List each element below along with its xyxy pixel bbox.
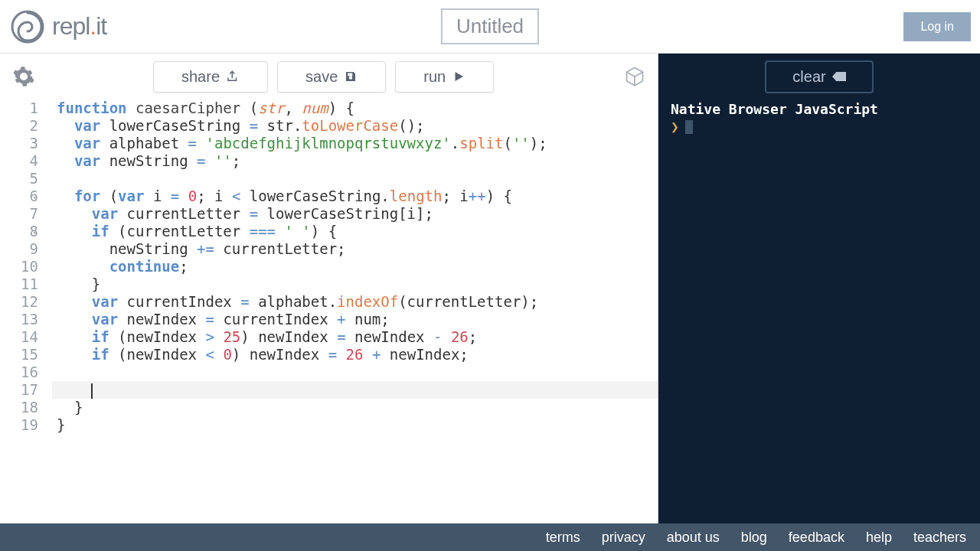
code-line[interactable]: function caesarCipher (str, num) { xyxy=(52,99,658,117)
code-line[interactable]: for (var i = 0; i < lowerCaseString.leng… xyxy=(52,187,658,205)
code-line[interactable]: } xyxy=(52,416,658,434)
editor-toolbar: share save run xyxy=(0,54,658,99)
code-line[interactable]: var newString = ''; xyxy=(52,152,658,170)
console-engine-label: Native Browser JavaScript xyxy=(671,101,968,117)
clear-button[interactable]: clear xyxy=(765,60,873,93)
console-body[interactable]: Native Browser JavaScript ❯ xyxy=(658,99,980,523)
code-line[interactable]: } xyxy=(52,276,658,293)
console-panel: clear Native Browser JavaScript ❯ xyxy=(658,54,980,523)
svg-point-0 xyxy=(12,11,43,42)
code-editor[interactable]: 1▾23456▾78▾910111213141516171819 functio… xyxy=(0,99,658,523)
footer-link-terms[interactable]: terms xyxy=(546,530,580,546)
console-prompt[interactable]: ❯ xyxy=(671,119,968,135)
console-toolbar: clear xyxy=(658,54,980,99)
footer-link-feedback[interactable]: feedback xyxy=(789,530,844,546)
code-line[interactable]: var newIndex = currentIndex + num; xyxy=(52,311,658,328)
logo[interactable]: repl.it xyxy=(9,8,106,45)
code-line[interactable]: var lowerCaseString = str.toLowerCase(); xyxy=(52,117,658,135)
code-line[interactable]: if (newIndex > 25) newIndex = newIndex -… xyxy=(52,328,658,346)
footer-link-teachers[interactable]: teachers xyxy=(913,530,966,546)
code-line[interactable]: var currentLetter = lowerCaseString[i]; xyxy=(52,205,658,223)
share-icon xyxy=(226,70,240,83)
file-title[interactable]: Untitled xyxy=(441,8,539,44)
code-line[interactable]: newString += currentLetter; xyxy=(52,240,658,258)
save-button[interactable]: save xyxy=(277,61,386,93)
header: repl.it Untitled Log in xyxy=(0,0,980,54)
code-area[interactable]: function caesarCipher (str, num) { var l… xyxy=(52,99,658,523)
code-line[interactable]: if (newIndex < 0) newIndex = 26 + newInd… xyxy=(52,346,658,364)
code-line[interactable] xyxy=(52,364,658,381)
footer-link-blog[interactable]: blog xyxy=(741,530,767,546)
package-icon[interactable] xyxy=(624,66,645,87)
footer-link-help[interactable]: help xyxy=(866,530,892,546)
footer-link-about-us[interactable]: about us xyxy=(667,530,720,546)
footer-link-privacy[interactable]: privacy xyxy=(602,530,645,546)
footer: termsprivacyabout usblogfeedbackhelpteac… xyxy=(0,523,980,551)
prompt-caret-icon: ❯ xyxy=(671,119,679,135)
logo-swirl-icon xyxy=(9,8,46,45)
code-line[interactable]: var alphabet = 'abcdefghijklmnopqrstuvwx… xyxy=(52,135,658,152)
play-icon xyxy=(452,70,466,83)
login-button[interactable]: Log in xyxy=(903,12,971,41)
console-cursor xyxy=(685,120,693,134)
code-line[interactable]: if (currentLetter === ' ') { xyxy=(52,223,658,240)
code-line[interactable] xyxy=(52,381,658,399)
main: share save run 1▾23456▾78▾91011121314151… xyxy=(0,54,980,523)
gear-icon[interactable] xyxy=(12,65,35,88)
logo-text: repl.it xyxy=(52,12,106,41)
code-line[interactable] xyxy=(52,170,658,187)
code-line[interactable]: } xyxy=(52,399,658,416)
save-icon xyxy=(344,70,358,83)
editor-panel: share save run 1▾23456▾78▾91011121314151… xyxy=(0,54,658,523)
share-button[interactable]: share xyxy=(153,61,268,93)
backspace-icon xyxy=(832,71,846,82)
line-gutter: 1▾23456▾78▾910111213141516171819 xyxy=(0,99,52,523)
code-line[interactable]: continue; xyxy=(52,258,658,276)
code-line[interactable]: var currentIndex = alphabet.indexOf(curr… xyxy=(52,293,658,311)
run-button[interactable]: run xyxy=(395,61,494,93)
